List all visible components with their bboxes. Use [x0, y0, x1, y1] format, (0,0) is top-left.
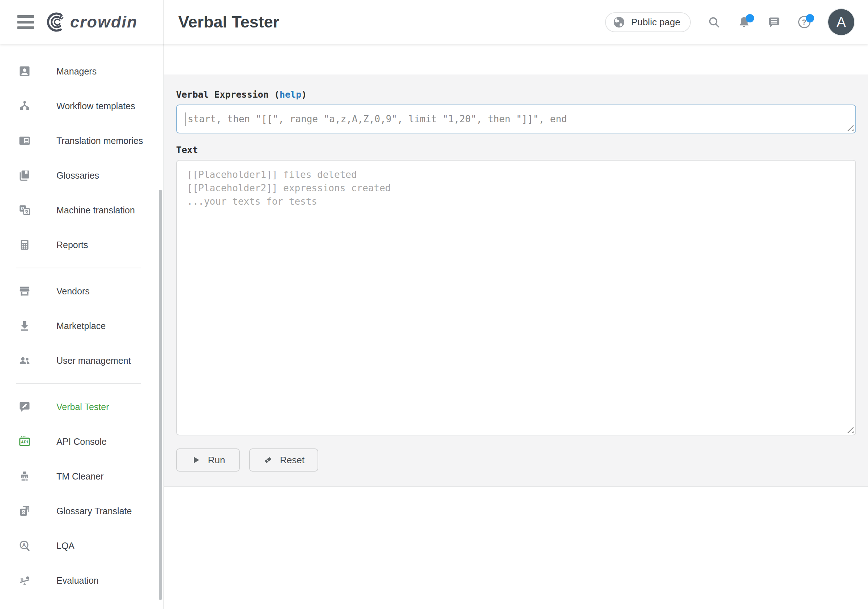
vendors-icon [18, 285, 31, 298]
text-caret [186, 113, 186, 126]
notification-badge [746, 14, 754, 22]
translation-memories-icon [18, 134, 31, 147]
glossary-translate-icon [18, 505, 31, 518]
sidebar-item-workflow-templates[interactable]: Workflow templates [0, 88, 163, 123]
main-content: Verbal Expression (help) Text Run [164, 44, 868, 609]
run-button[interactable]: Run [176, 448, 240, 471]
button-row: Run Reset [176, 448, 856, 471]
tm-cleaner-icon [18, 470, 31, 483]
expression-label-prefix: Verbal Expression ( [176, 89, 280, 100]
public-page-button[interactable]: Public page [605, 12, 691, 32]
expression-label: Verbal Expression (help) [176, 89, 856, 100]
verbal-expression-input[interactable] [176, 104, 856, 133]
run-button-label: Run [208, 455, 225, 466]
managers-icon [18, 65, 31, 78]
sidebar-item-translation-memories[interactable]: Translation memories [0, 123, 163, 158]
sidebar-item-machine-translation[interactable]: G Machine translation [0, 193, 163, 228]
header-left: crowdin [0, 0, 164, 44]
workflow-templates-icon [18, 99, 31, 113]
reports-icon [18, 238, 31, 251]
user-management-icon [18, 354, 31, 367]
svg-text:A: A [22, 542, 26, 548]
header-actions: Public page [605, 8, 868, 36]
svg-text:API: API [21, 440, 28, 444]
menu-hamburger-icon[interactable] [17, 14, 34, 30]
sidebar-item-glossaries[interactable]: Glossaries [0, 158, 163, 193]
sidebar-scrollbar[interactable] [159, 190, 162, 600]
sidebar-divider [16, 383, 141, 384]
bell-icon[interactable] [738, 15, 751, 29]
help-badge [806, 14, 814, 22]
crowdin-wordmark: crowdin [70, 12, 138, 31]
play-icon [191, 455, 201, 465]
crowdin-logo-icon [46, 12, 67, 33]
text-input[interactable] [176, 160, 856, 435]
public-page-label: Public page [631, 17, 680, 28]
sidebar-item-marketplace[interactable]: Marketplace [0, 308, 163, 343]
sidebar-item-tm-cleaner[interactable]: TM Cleaner [0, 459, 163, 494]
sidebar-item-lqa[interactable]: A LQA [0, 528, 163, 563]
reset-button[interactable]: Reset [249, 448, 318, 471]
expression-input-wrap [176, 104, 856, 133]
avatar[interactable]: A [828, 8, 855, 36]
sidebar-item-reports[interactable]: Reports [0, 228, 163, 262]
sidebar-item-managers[interactable]: Managers [0, 54, 163, 88]
reset-button-label: Reset [280, 455, 305, 466]
marketplace-icon [18, 319, 31, 332]
header: crowdin Verbal Tester Public page [0, 0, 868, 44]
sidebar: Managers Workflow templates Translation … [0, 44, 164, 609]
text-label: Text [176, 144, 856, 155]
globe-icon [612, 15, 626, 29]
machine-translation-icon: G [18, 204, 31, 217]
sidebar-item-verbal-tester[interactable]: Verbal Tester [0, 389, 163, 424]
sidebar-item-evaluation[interactable]: Evaluation [0, 563, 163, 598]
text-input-wrap [176, 160, 856, 435]
sidebar-item-vendors[interactable]: Vendors [0, 274, 163, 308]
search-icon[interactable] [707, 15, 721, 29]
sidebar-item-glossary-translate[interactable]: Glossary Translate [0, 494, 163, 528]
glossaries-icon [18, 169, 31, 182]
help-link[interactable]: help [280, 89, 301, 100]
chat-icon[interactable] [767, 15, 781, 29]
lqa-icon: A [18, 539, 31, 552]
verbal-tester-panel: Verbal Expression (help) Text Run [164, 74, 868, 487]
eraser-icon [263, 455, 273, 465]
sidebar-item-api-console[interactable]: API API Console [0, 424, 163, 459]
page: crowdin Verbal Tester Public page [0, 0, 868, 609]
api-console-icon: API [18, 435, 31, 448]
evaluation-icon [18, 574, 31, 587]
help-icon[interactable]: ? [797, 15, 811, 29]
crowdin-logo[interactable]: crowdin [46, 12, 138, 33]
sidebar-item-user-management[interactable]: User management [0, 343, 163, 378]
verbal-tester-icon [18, 400, 31, 413]
page-title: Verbal Tester [178, 12, 279, 31]
sidebar-divider [16, 268, 141, 268]
expression-label-suffix: ) [301, 89, 307, 100]
